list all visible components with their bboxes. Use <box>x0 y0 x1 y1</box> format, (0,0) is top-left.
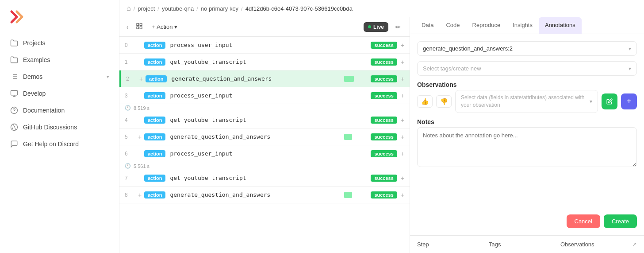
thumbs-up-button[interactable]: 👍 <box>417 95 433 108</box>
sidebar-item-demos[interactable]: Demos ▾ <box>5 69 114 85</box>
table-row[interactable]: 4 action get_youtube_transcript success … <box>119 112 410 128</box>
table-row[interactable]: 2 + action generate_question_and_answers… <box>119 70 410 87</box>
panel-footer: Step Tags Observations ↗ <box>410 235 644 253</box>
row-plus-icon[interactable]: + <box>401 175 404 182</box>
sidebar-item-develop-label: Develop <box>23 90 46 97</box>
panel-actions: Cancel Create <box>410 214 644 235</box>
obs-add-button[interactable]: + <box>621 93 637 109</box>
action-badge: action <box>144 42 165 49</box>
notes-textarea[interactable] <box>417 127 637 167</box>
sidebar-item-projects[interactable]: Projects <box>5 35 114 51</box>
svg-point-9 <box>11 107 18 114</box>
breadcrumb-youtube-qna[interactable]: youtube-qna <box>162 5 194 12</box>
row-plus-icon[interactable]: + <box>401 133 404 140</box>
observations-section: Observations 👍 👎 Select data (fields in … <box>417 81 637 113</box>
sidebar-item-projects-label: Projects <box>23 39 46 47</box>
chevron-down-icon: ▾ <box>629 66 631 72</box>
trace-panel: ‹ + Action ▾ Live ✏ 0 <box>119 17 410 253</box>
grid-icon[interactable] <box>134 21 145 33</box>
folder-icon <box>10 55 19 64</box>
step-dropdown-value: generate_question_and_answers:2 <box>423 45 629 52</box>
tab-reproduce[interactable]: Reproduce <box>466 17 507 34</box>
table-row[interactable]: 8 + action generate_question_and_answers… <box>119 187 410 203</box>
chevron-down-icon: ▾ <box>629 46 631 52</box>
row-plus-icon[interactable]: + <box>401 191 404 199</box>
cancel-button[interactable]: Cancel <box>567 214 600 228</box>
timing-row: 🕐 5.561 s <box>119 162 410 170</box>
svg-point-11 <box>11 124 18 131</box>
row-plus-icon[interactable]: + <box>401 75 404 82</box>
svg-rect-6 <box>11 90 18 95</box>
main-content: ⌂ / project / youtube-qna / no primary k… <box>119 0 644 253</box>
tab-annotations[interactable]: Annotations <box>539 17 582 34</box>
table-row[interactable]: 7 action get_youtube_transcript success … <box>119 170 410 187</box>
table-row[interactable]: 6 action process_user_input success + <box>119 145 410 162</box>
row-plus-icon[interactable]: + <box>401 92 404 99</box>
tab-data[interactable]: Data <box>415 17 440 34</box>
sidebar-item-discord[interactable]: Get Help on Discord <box>5 136 114 152</box>
obs-placeholder: Select data (fields in state/attributes)… <box>461 94 590 109</box>
table-row[interactable]: 1 action get_youtube_transcript success … <box>119 54 410 70</box>
breadcrumb-no-primary-key[interactable]: no primary key <box>201 5 238 12</box>
notes-label: Notes <box>417 118 637 125</box>
breadcrumb: ⌂ / project / youtube-qna / no primary k… <box>119 0 644 17</box>
back-button[interactable]: ‹ <box>125 22 130 32</box>
sidebar-item-documentation[interactable]: Documentation <box>5 102 114 118</box>
sidebar-item-examples[interactable]: Examples <box>5 52 114 68</box>
sidebar-item-demos-label: Demos <box>23 73 42 80</box>
home-icon[interactable]: ⌂ <box>126 4 131 12</box>
sidebar-item-develop[interactable]: Develop <box>5 86 114 101</box>
row-plus-icon[interactable]: + <box>401 150 404 157</box>
action-badge: action <box>144 191 165 199</box>
add-row-icon[interactable]: + <box>135 133 144 140</box>
table-row[interactable]: 3 action process_user_input success + <box>119 87 410 104</box>
action-badge: action <box>144 58 165 66</box>
sidebar-item-github[interactable]: GitHub Discussions <box>5 119 114 135</box>
right-panel: Data Code Reproduce Insights Annotations… <box>410 17 644 253</box>
app-logo <box>0 5 119 35</box>
clock-icon: 🕐 <box>125 105 131 111</box>
trace-toolbar: ‹ + Action ▾ Live ✏ <box>119 17 410 37</box>
thumbs-down-button[interactable]: 👎 <box>436 95 452 108</box>
tags-dropdown[interactable]: Select tags/create new ▾ <box>417 61 637 76</box>
notes-section: Notes <box>417 118 637 168</box>
row-plus-icon[interactable]: + <box>401 58 404 66</box>
add-row-icon[interactable]: + <box>135 191 144 199</box>
sidebar-item-examples-label: Examples <box>23 56 50 63</box>
footer-obs: Observations <box>560 241 632 248</box>
row-plus-icon[interactable]: + <box>401 117 404 124</box>
table-row[interactable]: 0 action process_user_input success + <box>119 37 410 54</box>
content-area: ‹ + Action ▾ Live ✏ 0 <box>119 17 644 253</box>
list-icon <box>10 72 19 81</box>
create-button[interactable]: Create <box>604 214 637 228</box>
tab-insights[interactable]: Insights <box>506 17 539 34</box>
sidebar-item-discord-label: Get Help on Discord <box>23 140 79 148</box>
svg-rect-13 <box>140 23 142 26</box>
edit-button[interactable]: ✏ <box>392 22 404 32</box>
monitor-icon <box>10 89 19 98</box>
table-row[interactable]: 5 + action generate_question_and_answers… <box>119 128 410 145</box>
folder-open-icon <box>10 39 19 47</box>
action-badge: action <box>144 117 165 124</box>
chevron-down-icon: ▾ <box>107 74 109 80</box>
svg-rect-12 <box>137 23 139 26</box>
svg-rect-15 <box>140 27 142 29</box>
panel-content: generate_question_and_answers:2 ▾ Select… <box>410 34 644 214</box>
tab-code[interactable]: Code <box>440 17 466 34</box>
add-row-icon[interactable]: + <box>137 75 146 82</box>
action-button[interactable]: + Action ▾ <box>148 22 181 32</box>
obs-edit-button[interactable] <box>602 93 617 109</box>
row-plus-icon[interactable]: + <box>401 42 404 49</box>
live-badge: Live <box>364 22 388 32</box>
sidebar: Projects Examples Demos ▾ Develop <box>0 0 119 253</box>
sidebar-item-documentation-label: Documentation <box>23 107 65 114</box>
obs-dropdown[interactable]: Select data (fields in state/attributes)… <box>455 90 598 113</box>
footer-tags: Tags <box>489 241 560 248</box>
external-link-icon[interactable]: ↗ <box>632 241 637 248</box>
trace-table: 0 action process_user_input success + 1 … <box>119 37 410 253</box>
observations-label: Observations <box>417 81 637 88</box>
chat-icon <box>10 140 19 148</box>
step-dropdown[interactable]: generate_question_and_answers:2 ▾ <box>417 41 637 56</box>
breadcrumb-project[interactable]: project <box>138 5 155 12</box>
chevron-down-icon: ▾ <box>590 98 592 105</box>
